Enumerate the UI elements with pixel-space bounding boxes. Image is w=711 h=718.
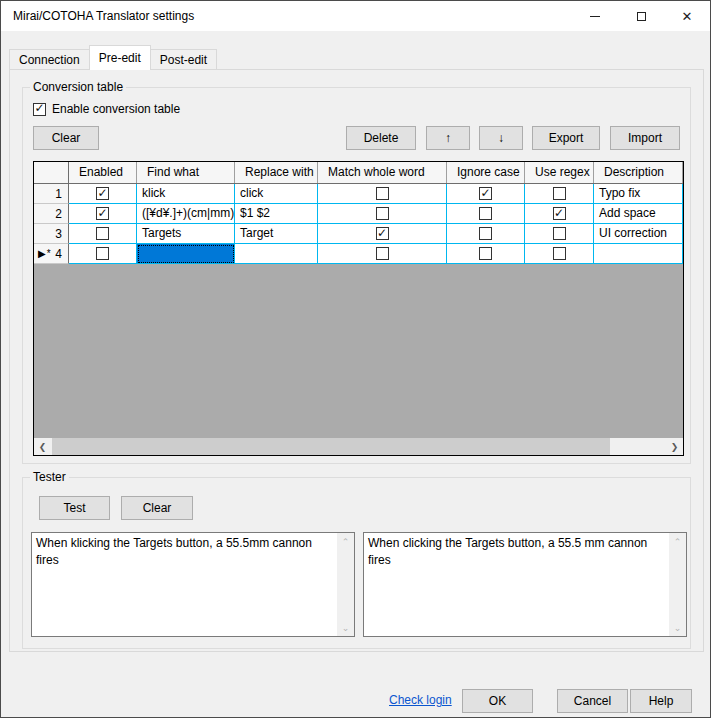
cell-use-regex[interactable] bbox=[525, 184, 594, 204]
grid-rows: 1klickclickTypo fix2([¥d¥.]+)(cm|mm)$1 $… bbox=[34, 184, 683, 264]
column-header-description[interactable]: Description bbox=[594, 162, 683, 183]
row-header-4[interactable]: ▶*4 bbox=[34, 244, 69, 264]
help-button[interactable]: Help bbox=[630, 689, 692, 713]
scroll-down-arrow-icon[interactable]: ⌄ bbox=[669, 619, 686, 636]
grid-row-4: ▶*4 bbox=[34, 244, 683, 264]
scroll-down-arrow-icon[interactable]: ⌄ bbox=[337, 619, 354, 636]
tester-input-textarea[interactable]: When klicking the Targets button, a 55.5… bbox=[32, 533, 354, 636]
cell-description[interactable]: Typo fix bbox=[594, 184, 683, 204]
row-header-1[interactable]: 1 bbox=[34, 184, 69, 204]
cell-enabled-checkbox[interactable] bbox=[96, 187, 109, 200]
column-header-enabled[interactable]: Enabled bbox=[69, 162, 137, 183]
cell-match-whole-word[interactable] bbox=[318, 184, 447, 204]
enable-conversion-checkbox-box[interactable] bbox=[33, 103, 46, 116]
cell-replace-with[interactable]: click bbox=[235, 184, 318, 204]
maximize-icon bbox=[637, 12, 646, 21]
row-header-3[interactable]: 3 bbox=[34, 224, 69, 244]
cell-enabled[interactable] bbox=[69, 184, 137, 204]
cell-use-regex[interactable] bbox=[525, 244, 594, 264]
cell-use-regex-checkbox[interactable] bbox=[553, 207, 566, 220]
cell-use-regex[interactable] bbox=[525, 204, 594, 224]
cell-match-whole-word[interactable] bbox=[318, 224, 447, 244]
cell-description[interactable]: Add space bbox=[594, 204, 683, 224]
scroll-up-arrow-icon[interactable]: ⌃ bbox=[337, 533, 354, 550]
cell-replace-with[interactable] bbox=[235, 244, 318, 264]
cell-match-whole-word-checkbox[interactable] bbox=[376, 227, 389, 240]
test-button[interactable]: Test bbox=[39, 496, 110, 520]
cell-ignore-case-checkbox[interactable] bbox=[479, 247, 492, 260]
cell-ignore-case-checkbox[interactable] bbox=[479, 207, 492, 220]
cell-ignore-case[interactable] bbox=[447, 184, 525, 204]
grid-row-1: 1klickclickTypo fix bbox=[34, 184, 683, 204]
cell-match-whole-word[interactable] bbox=[318, 244, 447, 264]
tester-output-scrollbar[interactable]: ⌃ ⌄ bbox=[669, 533, 686, 636]
import-button[interactable]: Import bbox=[610, 126, 680, 150]
cell-use-regex[interactable] bbox=[525, 224, 594, 244]
column-header-find-what[interactable]: Find what bbox=[137, 162, 235, 183]
row-header-2[interactable]: 2 bbox=[34, 204, 69, 224]
cell-ignore-case-checkbox[interactable] bbox=[479, 187, 492, 200]
minimize-button[interactable] bbox=[572, 1, 618, 31]
delete-row-button[interactable]: Delete bbox=[346, 126, 416, 150]
tester-output-textarea[interactable]: When clicking the Targets button, a 55.5… bbox=[364, 533, 686, 636]
grid-horizontal-scrollbar[interactable]: ❮ ❯ bbox=[34, 438, 683, 455]
clear-table-button[interactable]: Clear bbox=[33, 126, 99, 150]
scroll-right-arrow-icon[interactable]: ❯ bbox=[666, 438, 683, 455]
column-header-match-whole-word[interactable]: Match whole word bbox=[318, 162, 447, 183]
scroll-left-arrow-icon[interactable]: ❮ bbox=[34, 438, 51, 455]
scrollbar-track[interactable] bbox=[51, 438, 666, 455]
tester-input-scrollbar[interactable]: ⌃ ⌄ bbox=[337, 533, 354, 636]
close-button[interactable]: ✕ bbox=[664, 1, 710, 31]
tab-post-edit[interactable]: Post-edit bbox=[150, 49, 217, 70]
cell-use-regex-checkbox[interactable] bbox=[553, 187, 566, 200]
cell-enabled[interactable] bbox=[69, 204, 137, 224]
cell-ignore-case[interactable] bbox=[447, 224, 525, 244]
cell-find-what[interactable]: klick bbox=[137, 184, 235, 204]
tab-pre-edit[interactable]: Pre-edit bbox=[89, 45, 151, 70]
cell-enabled-checkbox[interactable] bbox=[96, 227, 109, 240]
cell-find-what[interactable]: Targets bbox=[137, 224, 235, 244]
enable-conversion-checkbox[interactable]: Enable conversion table bbox=[33, 102, 180, 116]
conversion-grid: EnabledFind whatReplace withMatch whole … bbox=[33, 161, 684, 456]
row-number: 2 bbox=[55, 207, 62, 221]
dialog-footer: Check login OK Cancel Help bbox=[1, 652, 710, 717]
column-header-use-regex[interactable]: Use regex bbox=[525, 162, 594, 183]
cell-find-what[interactable]: ([¥d¥.]+)(cm|mm) bbox=[137, 204, 235, 224]
tester-clear-button[interactable]: Clear bbox=[121, 496, 193, 520]
cell-ignore-case[interactable] bbox=[447, 204, 525, 224]
cancel-button[interactable]: Cancel bbox=[557, 689, 628, 713]
move-up-button[interactable]: ↑ bbox=[426, 126, 470, 150]
cell-ignore-case[interactable] bbox=[447, 244, 525, 264]
cell-use-regex-checkbox[interactable] bbox=[553, 227, 566, 240]
cell-enabled[interactable] bbox=[69, 244, 137, 264]
cell-match-whole-word[interactable] bbox=[318, 204, 447, 224]
column-header-replace-with[interactable]: Replace with bbox=[235, 162, 318, 183]
cell-replace-with[interactable]: Target bbox=[235, 224, 318, 244]
grid-corner-cell[interactable] bbox=[34, 162, 69, 183]
cell-enabled[interactable] bbox=[69, 224, 137, 244]
cell-description[interactable]: UI correction bbox=[594, 224, 683, 244]
current-row-marker: ▶* bbox=[38, 248, 52, 259]
ok-button[interactable]: OK bbox=[462, 689, 533, 713]
column-header-ignore-case[interactable]: Ignore case bbox=[447, 162, 525, 183]
move-down-button[interactable]: ↓ bbox=[479, 126, 523, 150]
export-button[interactable]: Export bbox=[532, 126, 600, 150]
cell-find-what[interactable] bbox=[137, 244, 235, 264]
cell-match-whole-word-checkbox[interactable] bbox=[376, 207, 389, 220]
scroll-up-arrow-icon[interactable]: ⌃ bbox=[669, 533, 686, 550]
scrollbar-thumb[interactable] bbox=[52, 438, 610, 455]
cell-enabled-checkbox[interactable] bbox=[96, 247, 109, 260]
cell-use-regex-checkbox[interactable] bbox=[553, 247, 566, 260]
close-icon: ✕ bbox=[682, 10, 693, 23]
check-login-link[interactable]: Check login bbox=[389, 693, 452, 707]
tab-strip: Connection Pre-edit Post-edit bbox=[9, 45, 216, 70]
cell-enabled-checkbox[interactable] bbox=[96, 207, 109, 220]
conversion-table-group-label: Conversion table bbox=[30, 80, 126, 94]
cell-description[interactable] bbox=[594, 244, 683, 264]
tab-connection[interactable]: Connection bbox=[9, 49, 90, 70]
cell-match-whole-word-checkbox[interactable] bbox=[376, 187, 389, 200]
cell-replace-with[interactable]: $1 $2 bbox=[235, 204, 318, 224]
maximize-button[interactable] bbox=[618, 1, 664, 31]
cell-match-whole-word-checkbox[interactable] bbox=[376, 247, 389, 260]
cell-ignore-case-checkbox[interactable] bbox=[479, 227, 492, 240]
